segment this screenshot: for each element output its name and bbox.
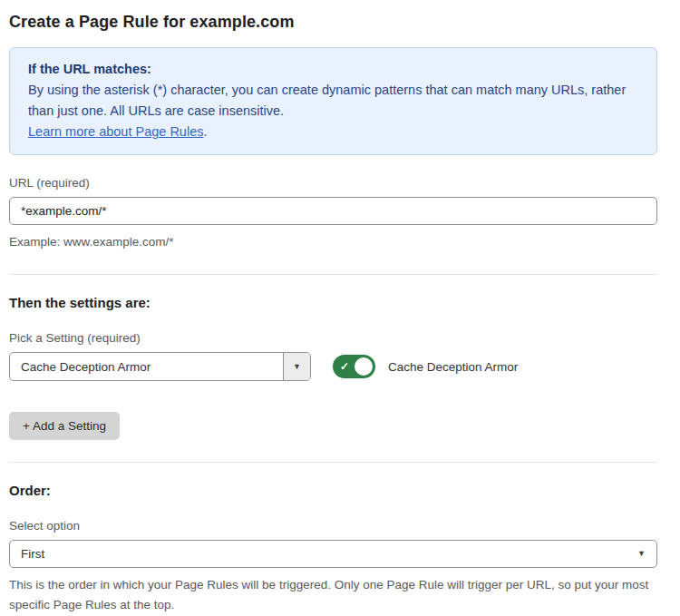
order-select-value: First <box>21 547 44 561</box>
settings-section-heading: Then the settings are: <box>9 295 657 310</box>
setting-select[interactable]: Cache Deception Armor ▼ <box>9 352 311 381</box>
create-page-rule-form: Create a Page Rule for example.com If th… <box>0 0 680 616</box>
check-icon: ✓ <box>340 361 349 372</box>
info-box-heading: If the URL matches: <box>28 59 638 80</box>
setting-row: Cache Deception Armor ▼ ✓ Cache Deceptio… <box>9 352 657 381</box>
link-suffix: . <box>203 124 207 139</box>
cache-deception-armor-toggle[interactable]: ✓ <box>333 355 375 378</box>
page-title: Create a Page Rule for example.com <box>9 11 657 33</box>
add-setting-button[interactable]: + Add a Setting <box>9 412 120 440</box>
url-field-label: URL (required) <box>9 176 657 190</box>
learn-more-link[interactable]: Learn more about Page Rules <box>28 124 203 139</box>
order-help-text: This is the order in which your Page Rul… <box>9 575 657 615</box>
toggle-label: Cache Deception Armor <box>388 360 518 374</box>
chevron-down-icon: ▼ <box>293 363 301 371</box>
select-option-label: Select option <box>9 519 657 533</box>
toggle-knob <box>353 356 374 377</box>
chevron-down-icon: ▼ <box>637 550 646 558</box>
pick-setting-label: Pick a Setting (required) <box>9 331 657 345</box>
setting-select-value: Cache Deception Armor <box>10 353 283 380</box>
divider <box>9 462 657 463</box>
order-select[interactable]: First ▼ <box>9 540 657 568</box>
divider <box>9 274 657 275</box>
info-box-body: By using the asterisk (*) character, you… <box>28 80 638 122</box>
url-example-text: Example: www.example.com/* <box>9 232 657 252</box>
url-input[interactable] <box>9 197 657 225</box>
url-match-info-box: If the URL matches: By using the asteris… <box>9 47 657 155</box>
info-box-link-line: Learn more about Page Rules. <box>28 122 638 142</box>
order-section-heading: Order: <box>9 483 657 498</box>
setting-select-arrow-button[interactable]: ▼ <box>283 353 310 380</box>
